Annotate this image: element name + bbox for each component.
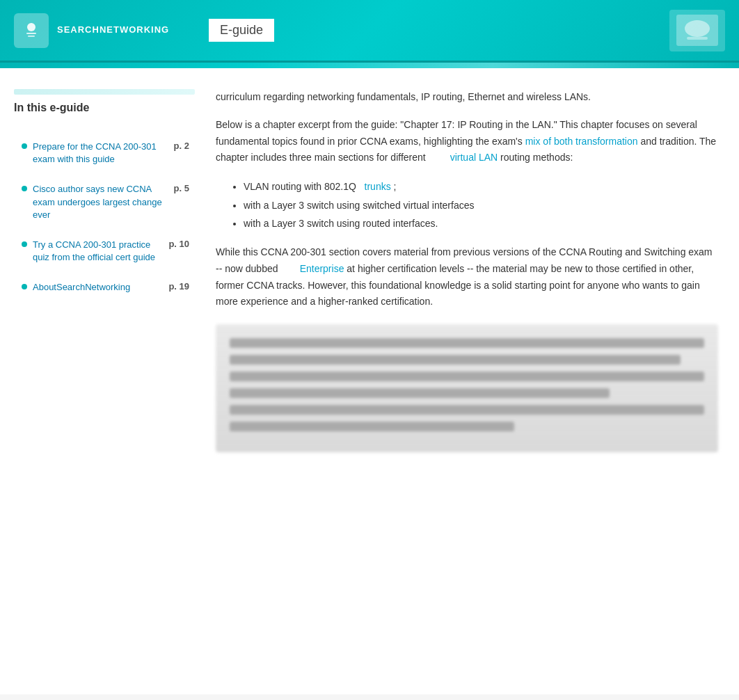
sidebar-item-content-3: Try a CCNA 200-301 practice quiz from th… — [33, 239, 189, 264]
header-nav-image — [669, 10, 725, 51]
svg-point-4 — [685, 20, 710, 37]
main-content: curriculum regarding networking fundamen… — [209, 89, 725, 674]
sidebar-item-text-4[interactable]: AboutSearchNetworking — [33, 281, 130, 294]
para2-suffix: routing methods: — [498, 152, 573, 163]
blurred-line-5 — [230, 405, 704, 415]
sidebar-dot-4 — [22, 284, 27, 289]
blurred-line-6 — [230, 422, 514, 431]
svg-rect-5 — [687, 37, 708, 40]
header-nav-area — [669, 10, 725, 51]
sidebar-item-page-4: p. 19 — [168, 281, 189, 294]
logo-text: SearchNetworking — [57, 24, 169, 36]
sidebar-item-4[interactable]: AboutSearchNetworking p. 19 — [14, 274, 195, 301]
bullet-item-2: with a Layer 3 switch using switched vir… — [244, 196, 718, 215]
header: SearchNetworking E-guide — [0, 0, 739, 63]
sidebar-item-content-1: Prepare for the CCNA 200-301 exam with t… — [33, 141, 189, 166]
blurred-content-block — [216, 324, 718, 452]
blurred-line-3 — [230, 372, 704, 381]
header-logo-area: SearchNetworking — [14, 13, 195, 48]
svg-rect-1 — [26, 33, 36, 34]
link-trunks[interactable]: trunks — [365, 181, 391, 192]
header-title-area: E-guide — [195, 19, 669, 42]
link-transformation[interactable]: mix of both transformation — [525, 136, 638, 147]
sidebar-header-bar — [14, 89, 195, 95]
blurred-line-1 — [230, 338, 704, 348]
sidebar-item-text-2[interactable]: Cisco author says new CCNA exam undergoe… — [33, 183, 168, 221]
content-paragraph-1: curriculum regarding networking fundamen… — [216, 89, 718, 106]
sidebar-item-page-2: p. 5 — [174, 183, 189, 221]
bullet-list: VLAN routing with 802.1Q trunks ; with a… — [244, 177, 718, 233]
sidebar-item-page-3: p. 10 — [168, 239, 189, 264]
sidebar: In this e-guide Prepare for the CCNA 200… — [14, 89, 195, 674]
blurred-line-4 — [230, 388, 610, 398]
sidebar-item-text-1[interactable]: Prepare for the CCNA 200-301 exam with t… — [33, 141, 168, 166]
content-paragraph-3: While this CCNA 200-301 section covers m… — [216, 244, 718, 310]
sidebar-item-1[interactable]: Prepare for the CCNA 200-301 exam with t… — [14, 134, 195, 173]
svg-rect-2 — [28, 35, 35, 37]
sidebar-item-2[interactable]: Cisco author says new CCNA exam undergoe… — [14, 176, 195, 228]
svg-point-0 — [27, 23, 35, 31]
bullet1-suffix: ; — [391, 181, 397, 192]
sidebar-item-text-3[interactable]: Try a CCNA 200-301 practice quiz from th… — [33, 239, 163, 264]
bullet-item-3: with a Layer 3 switch using routed inter… — [244, 214, 718, 233]
sidebar-item-content-4: AboutSearchNetworking p. 19 — [33, 281, 189, 294]
sidebar-item-page-1: p. 2 — [174, 141, 189, 166]
link-virtual-lan[interactable]: virtual LAN — [450, 152, 498, 163]
logo-icon — [14, 13, 49, 48]
sidebar-item-3[interactable]: Try a CCNA 200-301 practice quiz from th… — [14, 232, 195, 271]
link-enterprise[interactable]: Enterprise — [300, 263, 344, 274]
color-bar — [0, 63, 739, 68]
bullet1-prefix: VLAN routing with 802.1Q — [244, 181, 365, 192]
sidebar-title: In this e-guide — [14, 102, 195, 120]
main-container: In this e-guide Prepare for the CCNA 200… — [0, 68, 739, 694]
sidebar-dot-2 — [22, 186, 27, 191]
blurred-line-2 — [230, 355, 681, 365]
content-paragraph-2: Below is a chapter excerpt from the guid… — [216, 117, 718, 166]
bullet-item-1: VLAN routing with 802.1Q trunks ; — [244, 177, 718, 196]
sidebar-dot-3 — [22, 241, 27, 247]
sidebar-item-content-2: Cisco author says new CCNA exam undergoe… — [33, 183, 189, 221]
page-title: E-guide — [209, 19, 274, 42]
sidebar-dot-1 — [22, 143, 27, 149]
